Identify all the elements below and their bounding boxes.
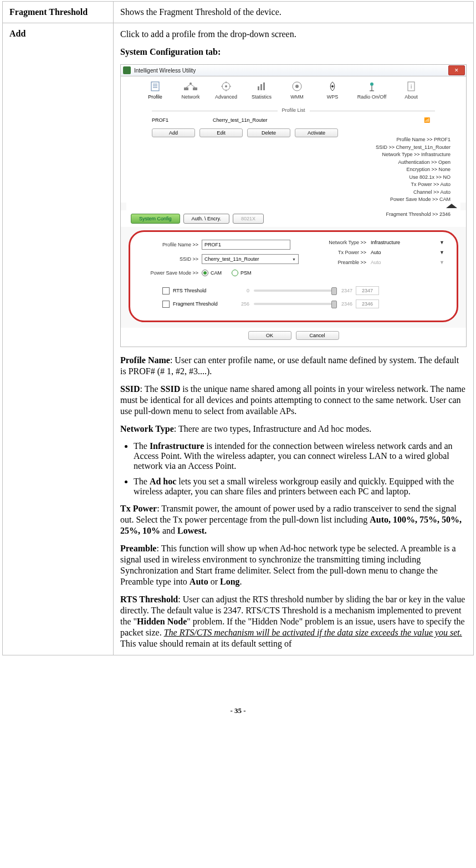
- add-button[interactable]: Add: [152, 128, 195, 137]
- svg-point-21: [370, 82, 373, 86]
- ssid-select[interactable]: Cherry_test_11n_Router▼: [202, 254, 299, 264]
- profile-row[interactable]: PROF1 Cherry_test_11n_Router 📶: [130, 116, 457, 124]
- sysconf-heading: System Configuration tab:: [120, 46, 467, 58]
- profile-list-header: Profile List: [152, 107, 435, 114]
- list-item: The Infrastructure is intended for the c…: [134, 441, 467, 471]
- network-type-list: The Infrastructure is intended for the c…: [120, 441, 467, 497]
- titlebar: Intelligent Wireless Utility ✕: [121, 65, 466, 76]
- svg-rect-17: [263, 82, 265, 90]
- svg-point-8: [190, 82, 192, 85]
- rts-slider[interactable]: [254, 290, 337, 292]
- tab-statistics[interactable]: Statistics: [244, 80, 279, 102]
- delete-button[interactable]: Delete: [247, 128, 290, 137]
- svg-rect-4: [184, 87, 188, 90]
- preamble-desc: Preamble: This function will show up whe…: [120, 543, 467, 587]
- app-title: Intelligent Wireless Utility: [134, 68, 196, 74]
- subtab-8021x: 8021X: [233, 214, 264, 224]
- subtab-system-config[interactable]: System Config: [131, 214, 180, 224]
- svg-point-20: [331, 85, 334, 87]
- main-tabs: Profile Network Advanced Statistics WMM …: [121, 76, 466, 102]
- svg-rect-15: [258, 86, 259, 90]
- tab-about[interactable]: iAbout: [393, 80, 429, 102]
- frag-checkbox[interactable]: [162, 301, 170, 308]
- page-number: - 35 -: [0, 706, 476, 721]
- add-intro: Click to add a profile from the drop-dow…: [120, 29, 467, 40]
- psm-radio[interactable]: PSM: [232, 270, 252, 276]
- activate-button[interactable]: Activate: [295, 128, 338, 137]
- rts-checkbox[interactable]: [162, 287, 170, 294]
- profile-name-desc: Profile Name: User can enter profile nam…: [120, 355, 467, 377]
- cam-radio[interactable]: CAM: [202, 270, 222, 276]
- app-window: Intelligent Wireless Utility ✕ Profile N…: [120, 64, 467, 347]
- frag-slider[interactable]: [254, 303, 337, 305]
- row-desc-fragment-threshold: Shows the Fragment Threshold of the devi…: [114, 2, 474, 23]
- chevron-down-icon[interactable]: ▼: [439, 240, 444, 245]
- row-label-add: Add: [3, 23, 114, 655]
- signal-icon: 📶: [424, 117, 435, 123]
- tab-profile[interactable]: Profile: [137, 80, 173, 102]
- svg-point-19: [295, 85, 299, 88]
- rts-desc: RTS Threshold: User can adjust the RTS t…: [120, 594, 467, 649]
- chevron-down-icon[interactable]: ▼: [439, 250, 444, 255]
- svg-text:i: i: [411, 84, 412, 90]
- rts-value[interactable]: 2347: [356, 286, 379, 295]
- cancel-button[interactable]: Cancel: [296, 331, 339, 340]
- svg-rect-5: [193, 87, 197, 90]
- expand-icon[interactable]: [446, 204, 457, 208]
- tab-advanced[interactable]: Advanced: [208, 80, 244, 102]
- ok-button[interactable]: OK: [248, 331, 291, 340]
- tab-wps[interactable]: WPS: [315, 80, 350, 102]
- edit-button[interactable]: Edit: [199, 128, 243, 137]
- svg-line-6: [186, 84, 191, 87]
- close-icon[interactable]: ✕: [448, 65, 465, 75]
- tab-wmm[interactable]: WMM: [279, 80, 315, 102]
- svg-rect-16: [260, 84, 262, 90]
- svg-point-10: [225, 85, 227, 87]
- app-icon: [123, 66, 131, 74]
- tab-radio[interactable]: Radio On/Off: [350, 80, 393, 102]
- svg-line-7: [191, 84, 195, 87]
- list-item: The Ad hoc lets you set a small wireless…: [134, 477, 467, 497]
- frag-value[interactable]: 2346: [356, 299, 379, 308]
- system-config-form: Profile Name >> SSID >> Cherry_test_11n_…: [129, 230, 458, 322]
- profile-name-input[interactable]: [202, 240, 290, 250]
- network-type-desc: Network Type: There are two types, Infra…: [120, 423, 467, 435]
- tab-network[interactable]: Network: [173, 80, 208, 102]
- ssid-desc: SSID: The SSID is the unique name shared…: [120, 384, 467, 417]
- svg-rect-0: [151, 82, 159, 91]
- row-label-fragment-threshold: Fragment Threshold: [3, 2, 114, 23]
- tx-power-desc: Tx Power: Transmit power, the amount of …: [120, 503, 467, 536]
- chevron-down-icon: ▼: [439, 260, 444, 265]
- subtab-auth-encry[interactable]: Auth. \ Encry.: [183, 214, 229, 224]
